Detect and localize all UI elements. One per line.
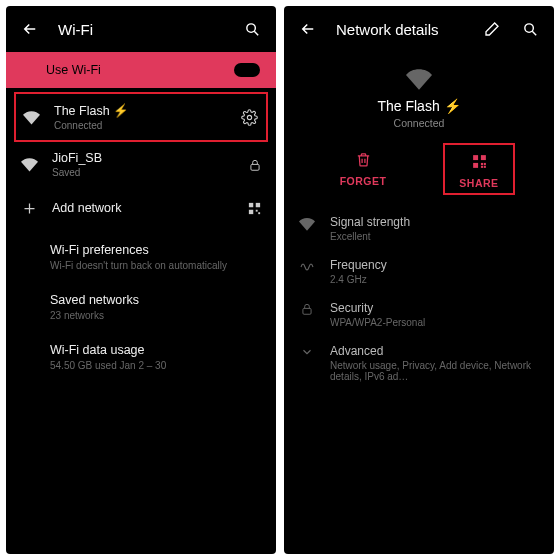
- add-network-row[interactable]: Add network: [6, 187, 276, 229]
- svg-rect-2: [251, 164, 259, 170]
- search-icon[interactable]: [242, 19, 262, 39]
- svg-rect-10: [480, 155, 485, 160]
- gear-icon[interactable]: [241, 109, 258, 126]
- frequency-row: Frequency 2.4 GHz: [284, 250, 554, 293]
- svg-rect-3: [249, 202, 253, 206]
- network-status: Connected: [284, 117, 554, 129]
- network-row-the-flash[interactable]: The Flash ⚡ Connected: [14, 92, 268, 142]
- wifi-preferences-item[interactable]: Wi-Fi preferences Wi-Fi doesn't turn bac…: [6, 235, 276, 279]
- saved-networks-item[interactable]: Saved networks 23 networks: [6, 285, 276, 329]
- svg-rect-15: [483, 165, 485, 167]
- wifi-data-usage-item[interactable]: Wi-Fi data usage 54.50 GB used Jan 2 – 3…: [6, 335, 276, 379]
- network-name: The Flash ⚡: [54, 103, 227, 118]
- advanced-row[interactable]: Advanced Network usage, Privacy, Add dev…: [284, 336, 554, 390]
- share-button[interactable]: SHARE: [443, 143, 515, 195]
- network-name: JioFi_SB: [52, 151, 234, 165]
- back-arrow-icon[interactable]: [20, 19, 40, 39]
- use-wifi-label: Use Wi-Fi: [46, 63, 101, 77]
- svg-rect-14: [480, 165, 482, 167]
- network-row-jiofi[interactable]: JioFi_SB Saved: [6, 142, 276, 187]
- lock-icon: [248, 158, 262, 172]
- plus-icon: [20, 201, 38, 216]
- wifi-settings-screen: Wi-Fi Use Wi-Fi The Flash ⚡ Connected Ji…: [6, 6, 276, 554]
- svg-rect-16: [303, 308, 311, 314]
- action-row: FORGET SHARE: [284, 149, 554, 191]
- add-network-label: Add network: [52, 201, 233, 215]
- security-row: Security WPA/WPA2-Personal: [284, 293, 554, 336]
- network-status: Saved: [52, 167, 234, 178]
- svg-rect-6: [256, 209, 258, 211]
- qr-icon: [469, 151, 489, 171]
- lock-icon: [298, 302, 316, 316]
- qr-scan-icon[interactable]: [247, 201, 262, 216]
- svg-rect-9: [473, 155, 478, 160]
- search-icon[interactable]: [520, 19, 540, 39]
- wifi-toggle-switch[interactable]: [234, 63, 260, 77]
- svg-rect-4: [256, 202, 260, 206]
- svg-rect-11: [473, 162, 478, 167]
- forget-button[interactable]: FORGET: [327, 149, 399, 191]
- svg-rect-13: [483, 162, 485, 164]
- wifi-header: Wi-Fi: [6, 6, 276, 52]
- svg-point-1: [247, 115, 251, 119]
- details-header: Network details: [284, 6, 554, 52]
- network-status: Connected: [54, 120, 227, 131]
- svg-point-8: [524, 23, 533, 31]
- use-wifi-toggle-row[interactable]: Use Wi-Fi: [6, 52, 276, 88]
- forget-label: FORGET: [340, 175, 387, 187]
- page-title: Wi-Fi: [58, 21, 93, 38]
- network-name: The Flash ⚡: [284, 98, 554, 114]
- svg-rect-5: [249, 209, 253, 213]
- wifi-icon: [22, 109, 40, 126]
- back-arrow-icon[interactable]: [298, 19, 318, 39]
- svg-point-0: [246, 23, 255, 31]
- page-title: Network details: [336, 21, 439, 38]
- wifi-icon: [20, 156, 38, 173]
- share-label: SHARE: [459, 177, 498, 189]
- network-details-screen: Network details The Flash ⚡ Connected FO…: [284, 6, 554, 554]
- chevron-down-icon: [298, 345, 316, 359]
- trash-icon: [353, 149, 373, 169]
- network-hero: The Flash ⚡ Connected: [284, 52, 554, 135]
- svg-rect-12: [480, 162, 482, 164]
- wifi-icon: [298, 216, 316, 232]
- svg-rect-7: [258, 212, 260, 214]
- signal-strength-row: Signal strength Excellent: [284, 207, 554, 250]
- frequency-icon: [298, 259, 316, 275]
- edit-icon[interactable]: [482, 19, 502, 39]
- wifi-icon: [284, 66, 554, 92]
